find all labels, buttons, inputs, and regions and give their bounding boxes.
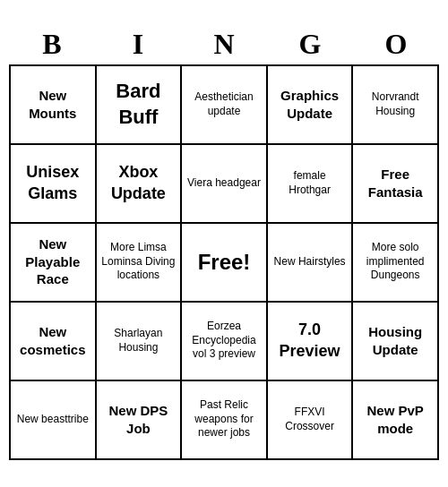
cell-label: Aesthetician update: [185, 90, 263, 118]
cell-label: More solo implimented Dungeons: [357, 241, 434, 283]
cell-label: Norvrandt Housing: [357, 90, 434, 118]
bingo-grid: New MountsBard BuffAesthetician updateGr…: [9, 64, 439, 460]
bingo-cell: Norvrandt Housing: [353, 66, 439, 145]
bingo-cell: More Limsa Lominsa Diving locations: [97, 224, 183, 303]
bingo-cell: Xbox Update: [97, 145, 183, 224]
cell-label: Xbox Update: [100, 162, 177, 204]
cell-label: Bard Buff: [100, 79, 177, 130]
cell-label: Housing Update: [357, 323, 434, 358]
bingo-cell: 7.0 Preview: [268, 303, 354, 381]
bingo-cell: New PvP mode: [353, 381, 439, 460]
bingo-letter: I: [98, 28, 178, 61]
cell-label: FFXVI Crossover: [271, 406, 349, 433]
bingo-card: BINGO New MountsBard BuffAesthetician up…: [9, 28, 439, 460]
bingo-cell: New Hairstyles: [268, 224, 354, 303]
cell-label: New cosmetics: [14, 323, 91, 358]
bingo-cell: FFXVI Crossover: [268, 381, 354, 460]
cell-label: Sharlayan Housing: [100, 327, 177, 355]
bingo-cell: Free!: [182, 224, 268, 303]
bingo-cell: Past Relic weapons for newer jobs: [182, 381, 268, 460]
cell-label: New PvP mode: [357, 402, 434, 437]
cell-label: New Mounts: [14, 87, 91, 122]
cell-label: female Hrothgar: [271, 169, 349, 197]
bingo-cell: New Mounts: [11, 66, 97, 145]
cell-label: New Hairstyles: [274, 255, 346, 269]
bingo-cell: Unisex Glams: [11, 145, 97, 224]
cell-label: 7.0 Preview: [271, 320, 349, 362]
bingo-cell: female Hrothgar: [268, 145, 354, 224]
cell-label: Viera headgear: [187, 176, 261, 191]
cell-label: Free!: [198, 248, 251, 276]
bingo-cell: New cosmetics: [11, 303, 97, 381]
bingo-cell: Sharlayan Housing: [97, 303, 183, 381]
bingo-cell: Viera headgear: [182, 145, 268, 224]
bingo-letter: N: [184, 28, 264, 61]
cell-label: New beasttribe: [17, 413, 89, 427]
cell-label: Eorzea Encyclopedia vol 3 preview: [185, 320, 263, 362]
bingo-cell: Housing Update: [353, 303, 439, 381]
cell-label: More Limsa Lominsa Diving locations: [100, 241, 177, 283]
bingo-letter: G: [270, 28, 350, 61]
cell-label: New DPS Job: [100, 402, 177, 437]
cell-label: New Playable Race: [14, 235, 91, 288]
bingo-cell: Graphics Update: [268, 66, 354, 145]
cell-label: Past Relic weapons for newer jobs: [185, 398, 263, 440]
cell-label: Unisex Glams: [14, 162, 91, 204]
bingo-cell: New DPS Job: [97, 381, 183, 460]
bingo-cell: Eorzea Encyclopedia vol 3 preview: [182, 303, 268, 381]
cell-label: Graphics Update: [271, 87, 349, 122]
bingo-letter: O: [356, 28, 436, 61]
bingo-cell: More solo implimented Dungeons: [353, 224, 439, 303]
bingo-cell: New Playable Race: [11, 224, 97, 303]
bingo-letter: B: [12, 28, 92, 61]
bingo-cell: New beasttribe: [11, 381, 97, 460]
bingo-cell: Bard Buff: [97, 66, 183, 145]
cell-label: Free Fantasia: [357, 166, 434, 201]
bingo-cell: Aesthetician update: [182, 66, 268, 145]
bingo-cell: Free Fantasia: [353, 145, 439, 224]
bingo-header: BINGO: [9, 28, 439, 61]
